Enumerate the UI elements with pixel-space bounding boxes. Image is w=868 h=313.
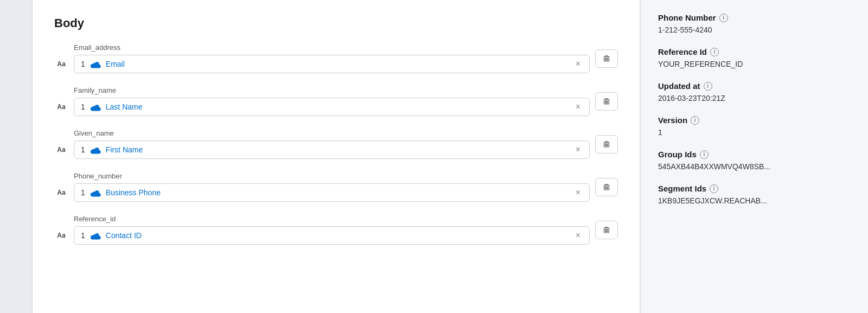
field-group-given_name: Given_name Aa 1 First Name ×: [54, 129, 590, 159]
version-item: Version i 1: [658, 116, 851, 137]
delete-button-reference_id[interactable]: [595, 221, 618, 239]
phone-number-item: Phone Number i 1-212-555-4240: [658, 13, 851, 34]
reference-id-label: Reference Id i: [658, 47, 851, 56]
field-row-given_name: Given_name Aa 1 First Name ×: [54, 129, 618, 159]
svg-rect-10: [605, 98, 608, 99]
reference-id-item: Reference Id i YOUR_REFERENCE_ID: [658, 47, 851, 68]
segment-ids-value: 1KB9JE5EGJXCW.REACHAB...: [658, 196, 851, 205]
svg-rect-4: [605, 55, 608, 56]
input-box-family_name[interactable]: 1 Last Name ×: [74, 98, 590, 116]
field-row-phone_number: Phone_number Aa 1 Business Phone ×: [54, 172, 618, 202]
svg-rect-0: [605, 58, 606, 61]
delete-button-phone_number[interactable]: [595, 178, 618, 196]
right-info-panel: Phone Number i 1-212-555-4240 Reference …: [640, 0, 868, 313]
svg-rect-26: [608, 229, 609, 232]
clear-button-reference_id[interactable]: ×: [573, 231, 583, 240]
clear-button-given_name[interactable]: ×: [573, 145, 583, 154]
field-label-phone_number: Phone_number: [74, 172, 590, 180]
svg-rect-18: [605, 186, 606, 189]
field-row-reference_id: Reference_id Aa 1 Contact ID ×: [54, 215, 618, 245]
field-row-family_name: Family_name Aa 1 Last Name ×: [54, 86, 618, 116]
svg-rect-2: [608, 58, 609, 61]
type-icon-phone_number: Aa: [54, 189, 68, 196]
input-number-email: 1: [81, 60, 85, 68]
updated-at-value: 2016-03-23T20:21Z: [658, 94, 851, 103]
reference-id-info-icon[interactable]: i: [710, 48, 719, 56]
input-number-given_name: 1: [81, 145, 85, 154]
field-input-wrapper-given_name: Aa 1 First Name ×: [54, 140, 590, 159]
reference-id-value: YOUR_REFERENCE_ID: [658, 60, 851, 68]
field-group-family_name: Family_name Aa 1 Last Name ×: [54, 86, 590, 116]
version-info-icon[interactable]: i: [691, 116, 699, 125]
svg-rect-1: [606, 58, 607, 61]
group-ids-info-icon[interactable]: i: [700, 150, 709, 159]
field-group-reference_id: Reference_id Aa 1 Contact ID ×: [54, 215, 590, 245]
input-box-given_name[interactable]: 1 First Name ×: [74, 140, 590, 159]
svg-rect-28: [605, 227, 608, 228]
group-ids-value: 545AXB44B4XXWMVQ4W8SB...: [658, 162, 851, 171]
clear-button-phone_number[interactable]: ×: [573, 188, 583, 197]
field-label-given_name: Given_name: [74, 129, 590, 137]
group-ids-label: Group Ids i: [658, 150, 851, 159]
group-ids-item: Group Ids i 545AXB44B4XXWMVQ4W8SB...: [658, 150, 851, 171]
field-input-wrapper-family_name: Aa 1 Last Name ×: [54, 98, 590, 116]
input-field-text-reference_id: Contact ID: [106, 231, 573, 240]
field-label-email: Email_address: [74, 43, 590, 52]
input-box-phone_number[interactable]: 1 Business Phone ×: [74, 183, 590, 202]
field-group-phone_number: Phone_number Aa 1 Business Phone ×: [54, 172, 590, 202]
input-number-phone_number: 1: [81, 188, 85, 197]
svg-rect-19: [606, 186, 607, 189]
svg-rect-20: [608, 186, 609, 189]
phone-number-info-icon[interactable]: i: [719, 14, 728, 22]
segment-ids-label: Segment Ids i: [658, 184, 851, 193]
input-field-text-given_name: First Name: [106, 145, 573, 154]
updated-at-label: Updated at i: [658, 81, 851, 91]
left-sidebar-strip: [0, 0, 33, 313]
svg-rect-7: [606, 100, 607, 104]
segment-ids-info-icon[interactable]: i: [710, 184, 718, 193]
delete-button-family_name[interactable]: [595, 92, 618, 111]
type-icon-given_name: Aa: [54, 146, 68, 154]
delete-button-given_name[interactable]: [595, 135, 618, 154]
svg-rect-25: [606, 229, 607, 232]
segment-ids-item: Segment Ids i 1KB9JE5EGJXCW.REACHAB...: [658, 184, 851, 205]
clear-button-family_name[interactable]: ×: [573, 103, 583, 111]
updated-at-info-icon[interactable]: i: [704, 82, 712, 91]
phone-number-value: 1-212-555-4240: [658, 25, 851, 34]
version-value: 1: [658, 128, 851, 137]
type-icon-email: Aa: [54, 60, 68, 68]
field-input-wrapper-phone_number: Aa 1 Business Phone ×: [54, 183, 590, 202]
field-group-email: Email_address Aa 1 Email ×: [54, 43, 590, 73]
input-number-family_name: 1: [81, 103, 85, 111]
svg-rect-8: [608, 100, 609, 104]
field-input-wrapper-email: Aa 1 Email ×: [54, 55, 590, 73]
input-box-email[interactable]: 1 Email ×: [74, 55, 590, 73]
svg-rect-13: [606, 143, 607, 146]
field-label-reference_id: Reference_id: [74, 215, 590, 223]
updated-at-item: Updated at i 2016-03-23T20:21Z: [658, 81, 851, 103]
phone-number-label: Phone Number i: [658, 13, 851, 22]
version-label: Version i: [658, 116, 851, 125]
field-label-family_name: Family_name: [74, 86, 590, 94]
svg-rect-24: [605, 229, 606, 232]
svg-rect-14: [608, 143, 609, 146]
field-row-email: Email_address Aa 1 Email ×: [54, 43, 618, 73]
type-icon-family_name: Aa: [54, 103, 68, 111]
type-icon-reference_id: Aa: [54, 232, 68, 239]
svg-rect-12: [605, 143, 606, 146]
svg-rect-16: [605, 141, 608, 142]
body-panel: Body Email_address Aa 1 Email ×: [33, 0, 640, 313]
delete-button-email[interactable]: [595, 49, 618, 68]
input-number-reference_id: 1: [81, 231, 85, 240]
input-field-text-family_name: Last Name: [106, 103, 573, 111]
svg-rect-6: [605, 100, 606, 104]
svg-rect-22: [605, 184, 608, 185]
body-title: Body: [54, 16, 618, 30]
clear-button-email[interactable]: ×: [573, 60, 583, 68]
field-input-wrapper-reference_id: Aa 1 Contact ID ×: [54, 226, 590, 245]
input-field-text-email: Email: [106, 60, 573, 68]
input-box-reference_id[interactable]: 1 Contact ID ×: [74, 226, 590, 245]
input-field-text-phone_number: Business Phone: [106, 188, 573, 197]
